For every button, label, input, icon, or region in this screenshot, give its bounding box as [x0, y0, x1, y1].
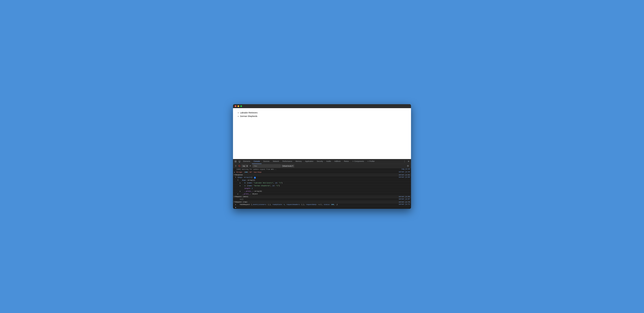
response-label: Response: [235, 174, 243, 176]
expand-item-0-icon[interactable]: ▶: [240, 182, 240, 184]
mirage-message: Mirage: [200] GET /api/dogs: [236, 171, 398, 173]
list-item: German Shepherds: [240, 115, 407, 118]
cursor-icon: ▶: [235, 206, 236, 208]
context-selector[interactable]: top: [242, 164, 248, 168]
tab-memory[interactable]: Memory: [294, 159, 303, 164]
log-levels-button[interactable]: Default levels ▾: [281, 164, 294, 168]
request-data-file-link[interactable]: server.js:66: [399, 196, 410, 197]
inspect-icon[interactable]: [234, 159, 238, 163]
expand-response-icon[interactable]: ▼: [234, 174, 235, 176]
length-row: length: 2: [233, 187, 411, 190]
list-item: Labrador Retrievers: [240, 111, 407, 115]
svg-rect-1: [236, 161, 236, 161]
settings-icon[interactable]: ⚙: [406, 164, 410, 168]
devtools-panel: Elements Console Sources Network Perform…: [233, 159, 411, 209]
proto-array-row: ▶ __proto__: Array(0): [233, 190, 411, 193]
expand-request-raw-icon[interactable]: ▼: [234, 201, 235, 203]
null-value: null: [240, 198, 244, 200]
expand-request-data-icon[interactable]: ▼: [234, 196, 235, 197]
device-icon[interactable]: [238, 159, 242, 163]
svg-rect-3: [236, 162, 236, 162]
mirage-file-link[interactable]: server.js:44: [399, 171, 410, 173]
console-output: [HMR] Waiting for update signal from WDS…: [233, 168, 411, 209]
item-1-row: ▶ 1: {name: "German Shepherds", id: "2"}: [233, 184, 411, 187]
request-data-label: Request (data): [235, 196, 248, 197]
fake-request-file-link[interactable]: server.js:71: [399, 203, 410, 205]
maximize-button[interactable]: [240, 105, 242, 107]
hmr-file-link[interactable]: log.js:24: [402, 168, 410, 170]
svg-rect-2: [235, 162, 236, 162]
console-mirage-line: ▶ Mirage: [200] GET /api/dogs server.js:…: [233, 171, 411, 174]
request-raw-file-link[interactable]: server.js:70: [399, 201, 410, 203]
tab-adblock[interactable]: AdBlock: [333, 159, 342, 164]
sidebar-toggle-icon[interactable]: ☰: [234, 164, 237, 168]
devtools-tab-bar: Elements Console Sources Network Perform…: [233, 159, 411, 164]
tab-redux[interactable]: Redux: [342, 159, 351, 164]
expand-fake-request-icon[interactable]: ▶: [235, 204, 236, 205]
expand-mirage-icon[interactable]: ▶: [234, 171, 235, 173]
null-file-link[interactable]: server.js:67: [399, 198, 410, 200]
filter-input[interactable]: [252, 164, 281, 168]
tab-profiler[interactable]: ⚛ Profiler: [366, 159, 376, 164]
console-cursor-row[interactable]: ▶: [233, 206, 411, 209]
fake-request-row: ▶ FakeRequest {_eventListeners: {…}, rea…: [233, 203, 411, 206]
close-button[interactable]: [235, 105, 236, 107]
dogs-array-file-link[interactable]: server.js:63: [399, 176, 410, 178]
tab-console[interactable]: Console: [252, 159, 262, 164]
tab-components[interactable]: ⚛ Components: [350, 159, 366, 164]
dogs-array-row: ▼ {dogs: Array(2)} i server.js:63: [233, 176, 411, 179]
tab-sources[interactable]: Sources: [262, 159, 271, 164]
browser-content: Labrador Retrievers German Shepherds: [233, 108, 411, 159]
proto-object-row: ▶ __proto__: Object: [233, 193, 411, 195]
minimize-button[interactable]: [238, 105, 239, 107]
response-file-link[interactable]: server.js:62: [399, 174, 410, 176]
tab-performance[interactable]: Performance: [281, 159, 294, 164]
request-raw-section-header: ▼ Request (raw) server.js:70: [233, 201, 411, 203]
close-devtools-icon[interactable]: ✕: [406, 159, 410, 163]
request-data-section-header: ▼ Request (data) server.js:66: [233, 195, 411, 198]
item-0-row: ▶ 0: {name: "Labrador Retrievers", id: "…: [233, 182, 411, 184]
console-hmr-line: [HMR] Waiting for update signal from WDS…: [233, 168, 411, 171]
dog-list: Labrador Retrievers German Shepherds: [237, 111, 407, 118]
expand-item-1-icon[interactable]: ▶: [240, 185, 240, 187]
svg-rect-4: [239, 161, 240, 162]
hmr-message: [HMR] Waiting for update signal from WDS…: [236, 168, 400, 171]
null-row: null server.js:67: [233, 198, 411, 201]
clear-console-icon[interactable]: 🚫: [238, 164, 241, 168]
response-section-header: ▼ Response server.js:62: [233, 174, 411, 176]
tab-network[interactable]: Network: [271, 159, 281, 164]
more-tabs-icon[interactable]: ⋮: [402, 159, 406, 163]
svg-rect-0: [235, 161, 236, 161]
expand-proto-object-icon[interactable]: ▶: [238, 193, 238, 195]
console-toolbar: ☰ 🚫 top 👁 Default levels ▾ ⚙: [233, 164, 411, 168]
dogs-inner-row: ▼ dogs: Array(2): [233, 179, 411, 182]
title-bar: [233, 104, 411, 108]
expand-dogs-inner-icon[interactable]: ▼: [238, 179, 238, 181]
eye-icon[interactable]: 👁: [249, 164, 252, 168]
expand-proto-array-icon[interactable]: ▶: [240, 190, 240, 192]
array-badge: i: [254, 177, 256, 179]
expand-dogs-icon[interactable]: ▼: [235, 177, 236, 178]
tab-application[interactable]: Application: [303, 159, 315, 164]
tab-elements[interactable]: Elements: [242, 159, 252, 164]
tab-audits[interactable]: Audits: [324, 159, 332, 164]
request-raw-label: Request (raw): [235, 201, 248, 203]
browser-window: Labrador Retrievers German Shepherds: [233, 104, 411, 209]
tab-security[interactable]: Security: [315, 159, 324, 164]
